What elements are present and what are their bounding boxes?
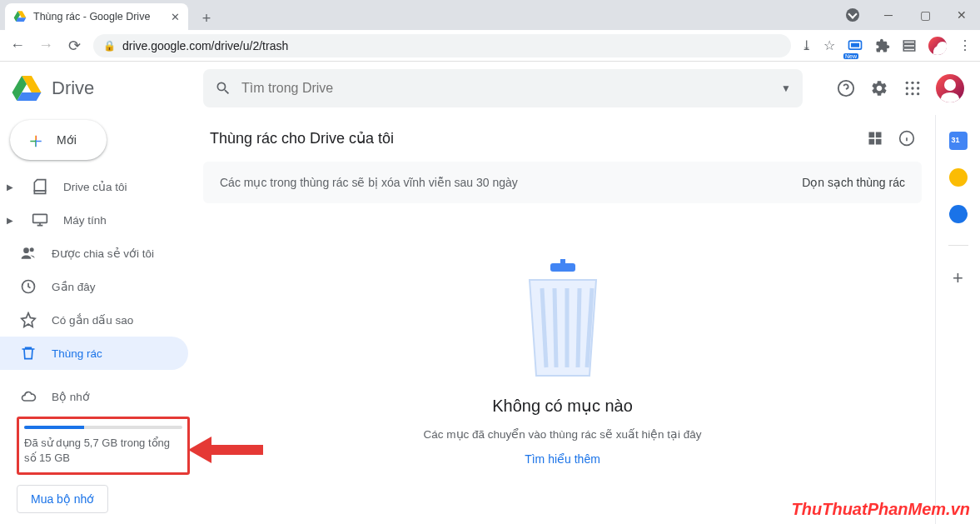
chrome-menu-icon[interactable]: ⋮ <box>958 37 972 53</box>
browser-titlebar: Thùng rác - Google Drive ✕ + ─ ▢ ✕ <box>0 0 980 30</box>
chevron-right-icon: ▶ <box>7 182 17 192</box>
browser-address-bar: ← → ⟳ 🔒 drive.google.com/drive/u/2/trash… <box>0 30 980 62</box>
nav-back-icon[interactable]: ← <box>8 37 27 54</box>
svg-rect-2 <box>903 41 915 43</box>
svg-point-11 <box>917 87 919 89</box>
empty-trash-button[interactable]: Dọn sạch thùng rác <box>802 176 905 189</box>
drive-product-name: Drive <box>52 77 94 99</box>
tab-title: Thùng rác - Google Drive <box>33 11 164 22</box>
storage-progress <box>24 426 182 429</box>
sidebar-item-my-drive[interactable]: ▶ Drive của tôi <box>0 170 188 203</box>
buy-storage-button[interactable]: Mua bộ nhớ <box>17 485 108 513</box>
keep-app-icon[interactable] <box>949 168 968 187</box>
drive-logo-icon <box>10 72 43 105</box>
my-drive-icon <box>32 178 48 195</box>
svg-rect-1 <box>851 42 859 47</box>
learn-more-link[interactable]: Tìm hiểu thêm <box>525 452 600 466</box>
settings-gear-icon[interactable] <box>869 78 889 98</box>
grid-view-icon[interactable] <box>867 130 883 147</box>
drive-header: Drive ▼ <box>0 62 980 115</box>
side-panel-separator <box>948 245 968 246</box>
svg-point-13 <box>911 92 913 95</box>
view-toolbar <box>867 130 915 147</box>
search-box[interactable]: ▼ <box>203 69 803 107</box>
browser-tab[interactable]: Thùng rác - Google Drive ✕ <box>5 3 188 30</box>
search-options-icon[interactable]: ▼ <box>781 82 791 94</box>
svg-point-14 <box>917 92 919 95</box>
sidebar-item-shared[interactable]: Được chia sẻ với tôi <box>0 237 188 270</box>
search-input[interactable] <box>241 81 771 96</box>
bookmark-star-icon[interactable]: ☆ <box>823 37 835 53</box>
empty-subtitle: Các mục đã chuyển vào thùng rác sẽ xuất … <box>424 427 702 441</box>
svg-rect-20 <box>876 132 882 138</box>
window-maximize-icon[interactable]: ▢ <box>907 2 943 27</box>
sidebar-item-storage[interactable]: Bộ nhớ <box>0 380 188 413</box>
apps-grid-icon[interactable] <box>903 78 923 98</box>
extension-icon[interactable]: New <box>847 37 863 54</box>
url-field[interactable]: 🔒 drive.google.com/drive/u/2/trash <box>93 34 791 57</box>
chrome-profile-icon[interactable] <box>846 8 859 22</box>
sidebar-item-trash[interactable]: Thùng rác <box>0 337 188 370</box>
svg-point-6 <box>906 82 908 84</box>
svg-point-8 <box>917 82 919 84</box>
calendar-app-icon[interactable] <box>949 132 968 150</box>
plus-icon: ＋ <box>25 129 47 151</box>
trash-illustration-icon <box>509 259 617 384</box>
svg-point-9 <box>906 87 908 89</box>
url-text: drive.google.com/drive/u/2/trash <box>122 39 288 52</box>
storage-fill <box>24 426 84 429</box>
star-icon <box>20 312 37 328</box>
new-tab-button[interactable]: + <box>195 7 218 30</box>
storage-info: Đã sử dụng 5,7 GB trong tổng số 15 GB <box>17 417 190 475</box>
sidebar-item-recent[interactable]: Gần đây <box>0 270 188 303</box>
nav-forward-icon: → <box>37 37 55 54</box>
svg-rect-22 <box>876 139 882 145</box>
svg-point-16 <box>23 247 29 253</box>
install-app-icon[interactable]: ⤓ <box>801 37 812 53</box>
svg-rect-19 <box>869 132 875 138</box>
page-title: Thùng rác cho Drive của tôi <box>210 129 394 147</box>
search-icon <box>215 80 231 97</box>
header-actions <box>836 74 964 102</box>
svg-point-12 <box>906 92 908 95</box>
svg-point-17 <box>30 247 34 252</box>
drive-logo[interactable]: Drive <box>10 72 203 105</box>
get-addons-icon[interactable]: + <box>953 267 963 289</box>
storage-text: Đã sử dụng 5,7 GB trong tổng số 15 GB <box>24 436 182 466</box>
chevron-right-icon: ▶ <box>7 216 17 225</box>
extensions-puzzle-icon[interactable] <box>875 38 890 53</box>
svg-rect-3 <box>903 44 915 47</box>
new-button[interactable]: ＋ Mới <box>10 120 107 160</box>
window-minimize-icon[interactable]: ─ <box>870 2 907 27</box>
sidebar: ＋ Mới ▶ Drive của tôi ▶ Máy tính Được ch… <box>0 115 203 524</box>
reading-list-icon[interactable] <box>902 38 917 53</box>
chrome-avatar-icon[interactable] <box>928 37 947 55</box>
nav-reload-icon[interactable]: ⟳ <box>65 37 83 55</box>
support-icon[interactable] <box>836 78 856 98</box>
info-icon[interactable] <box>898 130 915 147</box>
empty-state: Không có mục nào Các mục đã chuyển vào t… <box>203 203 922 521</box>
svg-rect-25 <box>560 259 565 266</box>
sidebar-item-computers[interactable]: ▶ Máy tính <box>0 203 188 237</box>
lock-icon: 🔒 <box>103 40 116 52</box>
window-close-icon[interactable]: ✕ <box>943 2 980 27</box>
addrbar-right: ⤓ ☆ New ⋮ <box>801 37 972 55</box>
drive-favicon-icon <box>13 10 27 23</box>
annotation-arrow-icon <box>188 433 263 467</box>
svg-rect-21 <box>869 139 875 145</box>
svg-point-7 <box>911 82 913 84</box>
svg-point-10 <box>911 87 913 89</box>
nav-label: Thùng rác <box>52 347 102 360</box>
search-wrapper: ▼ <box>203 69 803 107</box>
nav-label: Được chia sẻ với tôi <box>52 247 154 260</box>
computer-icon <box>32 212 48 228</box>
new-button-label: Mới <box>57 133 77 147</box>
tab-close-icon[interactable]: ✕ <box>171 11 180 23</box>
nav-label: Drive của tôi <box>63 180 127 193</box>
tasks-app-icon[interactable] <box>949 205 968 223</box>
sidebar-item-starred[interactable]: Có gắn dấu sao <box>0 303 188 337</box>
account-avatar[interactable] <box>936 74 964 102</box>
watermark: ThuThuatPhanMem.vn <box>792 500 970 519</box>
main-content: Thùng rác cho Drive của tôi Các mục tron… <box>203 115 935 524</box>
nav-label: Có gắn dấu sao <box>52 313 133 327</box>
